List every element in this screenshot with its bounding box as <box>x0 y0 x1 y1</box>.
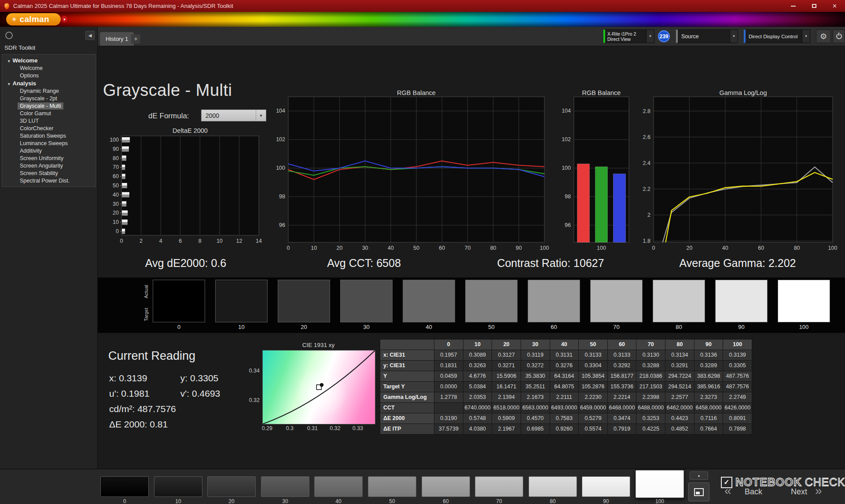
sidebar-item-label: Options <box>20 73 39 79</box>
tab-history-1[interactable]: History 1 <box>100 32 134 46</box>
sidebar-item-options[interactable]: Options <box>2 72 96 80</box>
next-button[interactable]: Next <box>791 487 807 497</box>
swatch-level-label: 60 <box>528 324 580 330</box>
minimize-icon <box>791 6 796 7</box>
table-col-header: 60 <box>608 340 636 350</box>
table-cell: 0.7583 <box>550 413 579 424</box>
settings-button[interactable]: ⚙ <box>816 29 831 43</box>
sidebar-item-grayscale-multi[interactable]: Grayscale - Multi <box>2 102 96 110</box>
table-row-label: Gamma Log/Log <box>380 392 434 402</box>
tree-section-analysis[interactable]: ▾Analysis <box>2 80 96 88</box>
chevron-down-icon: ▾ <box>256 110 266 121</box>
tree-section-welcome[interactable]: ▾Welcome <box>2 57 96 65</box>
patch-button-100[interactable] <box>636 470 684 498</box>
sidebar-item-grayscale-2pt[interactable]: Grayscale - 2pt <box>2 95 96 102</box>
svg-text:70: 70 <box>113 164 119 170</box>
gray-swatch-50 <box>465 280 518 322</box>
sidebar-item-dynamic-range[interactable]: Dynamic Range <box>2 88 96 95</box>
sidebar-collapse-button[interactable]: ◀ <box>85 31 95 40</box>
add-tab-button[interactable]: + <box>131 34 140 44</box>
swatch-level-label: 10 <box>215 324 268 330</box>
patch-button-60[interactable] <box>422 476 470 497</box>
source-label: Source <box>678 30 730 43</box>
sidebar-item-screen-angularity[interactable]: Screen Angularity <box>2 162 96 170</box>
table-cell: 383.6298 <box>694 371 723 381</box>
workflow-tree: ▾WelcomeWelcomeOptions▾AnalysisDynamic R… <box>2 54 96 187</box>
table-cell: 2.1673 <box>521 392 550 402</box>
patch-button-0[interactable] <box>100 476 149 497</box>
swatch-level-label: 30 <box>340 324 393 330</box>
gray-swatch-100 <box>778 280 830 322</box>
patch-button-90[interactable] <box>582 476 630 497</box>
calman-sun-icon: ☀ <box>11 16 17 23</box>
sidebar-item-colorchecker[interactable]: ColorChecker <box>2 125 96 132</box>
patch-button-40[interactable] <box>314 476 363 497</box>
logo-menu-arrow-icon[interactable]: ▾ <box>61 15 68 23</box>
pattern-window-button[interactable] <box>688 482 709 501</box>
calman-logo[interactable]: ☀ calman <box>6 13 61 26</box>
minimize-button[interactable] <box>783 0 804 12</box>
maximize-button[interactable] <box>804 0 824 12</box>
sidebar-item-3d-lut[interactable]: 3D LUT <box>2 117 96 125</box>
sidebar-item-color-gamut[interactable]: Color Gamut <box>2 110 96 117</box>
table-cell: 5.0384 <box>463 382 492 392</box>
reading-uv-line: u': 0.1981 v': 0.4693 <box>109 388 220 399</box>
svg-text:104: 104 <box>562 108 571 114</box>
table-cell: 0.3474 <box>608 413 636 424</box>
table-cell: 0.3291 <box>665 361 694 371</box>
sidebar-item-screen-stability[interactable]: Screen Stability <box>2 170 96 177</box>
svg-text:0: 0 <box>120 238 123 244</box>
table-cell: 0.9260 <box>550 424 579 434</box>
reading-v: v': 0.4693 <box>180 388 220 398</box>
patch-button-30[interactable] <box>261 476 309 497</box>
close-button[interactable]: × <box>824 0 845 12</box>
meter-select[interactable]: X-Rite i1Pro 2 Direct View ▼ <box>603 29 654 43</box>
pattern-window-icon <box>694 488 704 496</box>
table-cell: 487.7576 <box>723 382 752 392</box>
patch-button-10[interactable] <box>154 476 202 497</box>
back-button[interactable]: Back <box>745 487 762 497</box>
display-control-select[interactable]: Direct Display Control ▼ <box>744 29 810 43</box>
sidebar-item-additivity[interactable]: Additivity <box>2 147 96 155</box>
power-icon <box>836 33 842 39</box>
source-select[interactable]: Source ▼ <box>676 29 738 43</box>
svg-text:30: 30 <box>113 201 119 207</box>
table-row-label: ΔE ITP <box>380 424 434 434</box>
section-expanded-icon: ▾ <box>8 80 10 88</box>
de-formula-select[interactable]: 2000 ▾ <box>201 110 266 121</box>
sidebar-item-luminance-sweeps[interactable]: Luminance Sweeps <box>2 140 96 147</box>
table-cell: 0.3134 <box>665 350 694 360</box>
chevron-up-icon: ▲ <box>697 474 701 478</box>
reading-luminance: cd/m²: 487.7576 <box>109 404 176 414</box>
svg-text:100: 100 <box>828 245 838 251</box>
table-cell: 0.3288 <box>636 361 665 371</box>
table-cell: 0.4423 <box>665 413 694 424</box>
table-cell: 0.4852 <box>665 424 694 434</box>
svg-text:80: 80 <box>113 155 119 161</box>
sidebar-item-welcome[interactable]: Welcome <box>2 65 96 72</box>
power-button[interactable] <box>833 29 845 43</box>
workflow-home-icon[interactable] <box>5 32 13 39</box>
sidebar-item-spectral-power-dist[interactable]: Spectral Power Dist. <box>2 177 96 185</box>
table-cell: 0.3305 <box>723 361 752 371</box>
sidebar-item-saturation-sweeps[interactable]: Saturation Sweeps <box>2 132 96 140</box>
patch-button-20[interactable] <box>207 476 256 497</box>
patch-level-label: 100 <box>636 498 684 504</box>
table-cell: 6563.0000 <box>521 403 550 413</box>
gamma-log-chart: Gamma Log/Log0204060801001.822.22.42.62.… <box>640 88 841 257</box>
patch-button-50[interactable] <box>368 476 416 497</box>
table-cell: 6740.0000 <box>463 403 492 413</box>
reading-y: y: 0.3305 <box>180 373 218 383</box>
table-row-label: ΔE 2000 <box>380 413 434 424</box>
patch-button-80[interactable] <box>529 476 577 497</box>
svg-text:2: 2 <box>140 238 143 244</box>
cie-x-ticks: 0.290.30.310.320.33 <box>262 425 375 432</box>
window-title: Calman 2025 Calman Ultimate for Business… <box>13 3 233 9</box>
svg-text:80: 80 <box>490 245 496 251</box>
patch-button-70[interactable] <box>475 476 523 497</box>
expand-tray-button[interactable]: ▲ <box>690 471 708 480</box>
table-cell: 0.5748 <box>463 413 492 424</box>
sidebar-item-screen-uniformity[interactable]: Screen Uniformity <box>2 155 96 162</box>
sidebar-item-label: Screen Angularity <box>20 163 63 169</box>
table-cell: 37.5739 <box>434 424 463 434</box>
